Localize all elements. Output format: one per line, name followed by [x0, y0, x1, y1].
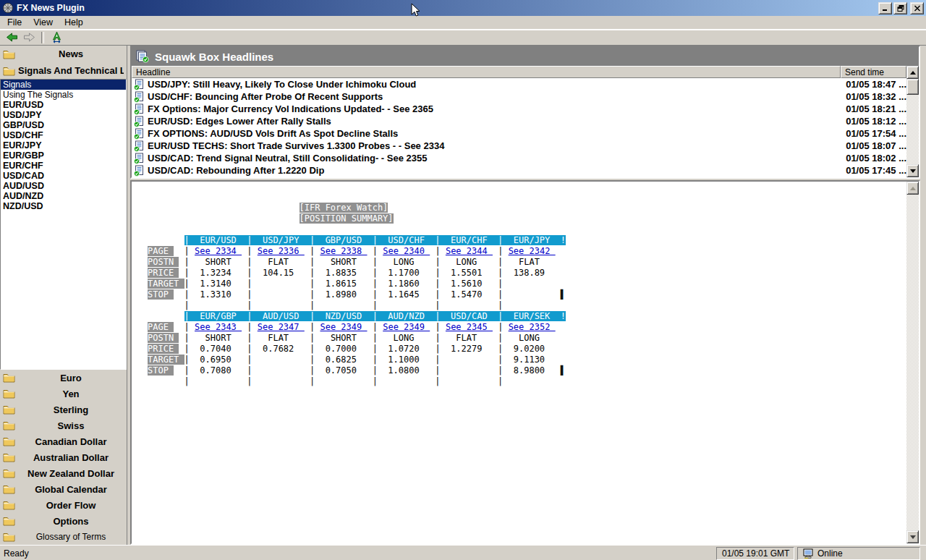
summary-text: | — [184, 246, 195, 256]
font-size-button[interactable] — [48, 30, 65, 45]
summary-text — [148, 300, 184, 310]
folder-label: Swiss — [18, 420, 124, 431]
sidebar-item-eur-chf[interactable]: EUR/CHF — [1, 161, 126, 171]
sidebar-item-eur-usd[interactable]: EUR/USD — [1, 100, 126, 110]
folder-label: Sterling — [18, 404, 124, 415]
scroll-thumb[interactable] — [906, 79, 919, 95]
column-headline[interactable]: Headline — [132, 66, 841, 78]
sidebar-folder-news[interactable]: News — [0, 46, 127, 62]
folder-label: News — [18, 48, 124, 59]
summary-text — [174, 365, 184, 376]
page-link[interactable]: See 2334 — [195, 246, 242, 256]
scroll-down-button[interactable] — [906, 164, 919, 177]
scroll-up-button[interactable] — [906, 66, 919, 79]
back-icon — [6, 32, 18, 43]
summary-text: | — [184, 322, 195, 332]
headline-send-time: 01/05 18:32 ... — [840, 91, 906, 102]
folder-label: Glossary of Terms — [18, 532, 124, 542]
summary-scrollbar[interactable] — [906, 182, 919, 543]
sidebar-item-aud-usd[interactable]: AUD/USD — [1, 181, 126, 191]
page-link[interactable]: See 2340 — [383, 246, 430, 256]
sidebar-folder-global-calendar[interactable]: Global Calendar — [0, 481, 127, 497]
folder-icon — [3, 389, 15, 399]
sidebar-item-usd-cad[interactable]: USD/CAD — [1, 171, 126, 181]
summary-line: TARGET | 1.3140 | | 1.8615 | 1.1860 | 1.… — [148, 279, 906, 289]
headline-send-time: 01/05 17:54 ... — [840, 128, 906, 139]
page-link[interactable]: See 2345 — [446, 322, 493, 332]
sidebar-folder-order-flow[interactable]: Order Flow — [0, 497, 127, 513]
menu-help[interactable]: Help — [59, 17, 89, 29]
headline-doc-icon — [133, 91, 145, 103]
sidebar-item-using-the-signals[interactable]: Using The Signals — [1, 90, 126, 100]
headline-row[interactable]: EUR/USD: Edges Lower After Rally Stalls0… — [132, 115, 906, 127]
page-link[interactable]: See 2342 — [509, 246, 556, 256]
app-icon — [2, 2, 14, 14]
page-link[interactable]: See 2336 — [258, 246, 305, 256]
sidebar-folder-australian-dollar[interactable]: Australian Dollar — [0, 449, 127, 465]
page-link[interactable]: See 2352 — [509, 322, 556, 332]
summary-text: | 1.3234 | 104.15 | 1.8835 | 1.1700 | 1.… — [184, 268, 561, 278]
summary-text — [179, 257, 184, 267]
sidebar-folder-sterling[interactable]: Sterling — [0, 402, 127, 417]
sidebar-folder-options[interactable]: Options — [0, 513, 127, 529]
sidebar-folder-euro[interactable]: Euro — [0, 370, 127, 386]
page-link[interactable]: See 2343 — [195, 322, 242, 332]
summary-line: STOP | 1.3310 | | 1.8980 | 1.1645 | 1.54… — [148, 289, 906, 300]
summary-text: | — [498, 322, 508, 332]
sidebar-folder-new-zealand-dollar[interactable]: New Zealand Dollar — [0, 465, 127, 481]
scroll-track[interactable] — [906, 95, 919, 164]
sidebar-item-aud-nzd[interactable]: AUD/NZD — [1, 191, 126, 201]
close-button[interactable] — [910, 2, 924, 14]
menu-view[interactable]: View — [27, 17, 59, 29]
headlines-scrollbar[interactable] — [906, 66, 919, 177]
sidebar-item-eur-gbp[interactable]: EUR/GBP — [1, 150, 126, 161]
position-summary-text: [IFR Forex Watch] [POSITION SUMMARY] | E… — [132, 182, 906, 543]
scroll-track[interactable] — [906, 195, 919, 530]
summary-text — [179, 344, 184, 354]
sidebar-list: SignalsUsing The SignalsEUR/USDUSD/JPYGB… — [0, 79, 127, 370]
status-online-panel: Online — [797, 547, 920, 560]
headline-row[interactable]: USD/JPY: Still Heavy, Likely To Close Un… — [132, 78, 906, 90]
title-bar: FX News Plugin — [0, 0, 926, 16]
headline-row[interactable]: USD/CHF: Bouncing After Probe Of Recent … — [132, 90, 906, 103]
forward-button[interactable] — [20, 30, 38, 45]
page-link[interactable]: See 2344 — [446, 246, 493, 256]
sidebar-item-gbp-usd[interactable]: GBP/USD — [1, 120, 126, 130]
headline-row[interactable]: EUR/USD TECHS: Short Trade Survives 1.33… — [132, 140, 906, 152]
menu-file[interactable]: File — [1, 17, 27, 29]
row-label: [IFR Forex Watch] — [300, 203, 388, 213]
sidebar-item-signals[interactable]: Signals — [1, 80, 126, 90]
summary-text — [148, 235, 184, 245]
column-send-time[interactable]: Send time — [841, 66, 906, 78]
sidebar-folder-canadian-dollar[interactable]: Canadian Dollar — [0, 433, 127, 449]
headline-row[interactable]: FX OPTIONS: AUD/USD Vols Drift As Spot D… — [132, 127, 906, 140]
headline-row[interactable]: USD/CAD: Trend Signal Neutral, Still Con… — [132, 152, 906, 164]
page-link[interactable]: See 2349 — [320, 322, 367, 332]
restore-button[interactable] — [893, 2, 907, 14]
scroll-down-button[interactable] — [906, 530, 919, 543]
summary-line: [IFR Forex Watch] — [148, 203, 906, 213]
scroll-up-icon — [910, 68, 916, 75]
headline-doc-icon — [133, 140, 145, 152]
sidebar-folder-glossary-of-terms[interactable]: Glossary of Terms — [0, 529, 127, 545]
row-label: STOP — [148, 365, 174, 376]
page-link[interactable]: See 2349 — [383, 322, 430, 332]
sidebar-item-usd-jpy[interactable]: USD/JPY — [1, 110, 126, 120]
sidebar-item-usd-chf[interactable]: USD/CHF — [1, 130, 126, 140]
headline-row[interactable]: FX Options: Major Currency Vol Indicatio… — [132, 103, 906, 115]
sidebar-item-eur-jpy[interactable]: EUR/JPY — [1, 140, 126, 150]
sidebar-folder-yen[interactable]: Yen — [0, 386, 127, 402]
sidebar-folder-swiss[interactable]: Swiss — [0, 417, 127, 433]
summary-text — [556, 322, 561, 332]
back-button[interactable] — [3, 30, 20, 45]
sidebar-folder-signals-and-technical-le[interactable]: Signals And Technical Le — [0, 62, 127, 79]
scroll-up-button[interactable] — [906, 182, 919, 195]
page-link[interactable]: See 2347 — [258, 322, 305, 332]
page-link[interactable]: See 2338 — [320, 246, 367, 256]
headline-row[interactable]: USD/CAD: Rebounding After 1.2220 Dip01/0… — [132, 164, 906, 177]
minimize-button[interactable] — [878, 2, 892, 14]
sidebar-item-nzd-usd[interactable]: NZD/USD — [1, 201, 126, 211]
summary-text — [148, 213, 300, 224]
status-time-panel: 01/05 19:01 GMT — [716, 547, 794, 560]
folder-label: Euro — [18, 373, 124, 383]
